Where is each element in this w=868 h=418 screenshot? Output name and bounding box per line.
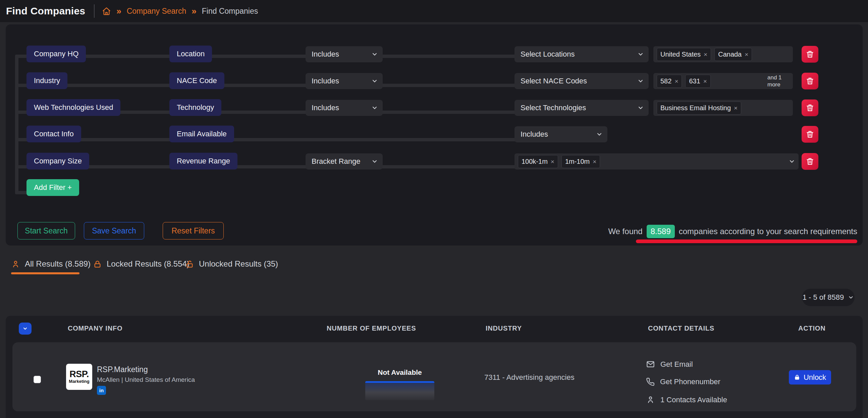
tab-all-results[interactable]: All Results (8.589)	[11, 256, 91, 272]
active-tab-underline	[11, 272, 80, 274]
remove-icon[interactable]: ×	[745, 51, 748, 58]
filter-category-company-size[interactable]: Company Size	[27, 153, 89, 170]
filter-category-contact-info[interactable]: Contact Info	[27, 126, 81, 142]
lock-icon	[93, 259, 102, 269]
phone-icon	[646, 378, 655, 386]
tree-branch-line	[15, 138, 523, 141]
revenue-chip[interactable]: 1m-10m×	[561, 155, 600, 168]
revenue-chip[interactable]: 100k-1m×	[518, 155, 558, 168]
header-divider	[94, 4, 95, 18]
filter-category-company-hq[interactable]: Company HQ	[27, 45, 86, 62]
logo-text: Marketing	[69, 379, 89, 384]
result-summary-underline	[636, 240, 857, 243]
revenue-range-multiselect[interactable]: 100k-1m× 1m-10m×	[515, 153, 799, 170]
nace-chip[interactable]: 582×	[657, 75, 682, 88]
delete-filter-button[interactable]	[802, 46, 818, 63]
operator-select-value: Includes	[312, 50, 339, 59]
trash-icon	[806, 130, 814, 139]
delete-filter-button[interactable]	[802, 126, 818, 143]
logo-text: RSP.	[69, 370, 89, 379]
reset-filters-button[interactable]: Reset Filters	[163, 222, 224, 240]
row-checkbox[interactable]	[34, 376, 41, 383]
remove-icon[interactable]: ×	[551, 159, 554, 165]
selected-locations-box: United States× Canada×	[653, 46, 793, 62]
technology-chip[interactable]: Business Email Hosting×	[657, 102, 741, 114]
contact-get-email[interactable]: Get Email	[646, 360, 693, 369]
remove-icon[interactable]: ×	[675, 78, 678, 84]
trash-icon	[806, 157, 814, 166]
person-icon	[11, 259, 20, 269]
contact-get-phonenumber[interactable]: Get Phonenumber	[646, 378, 720, 386]
breadcrumb: » Company Search » Find Companies	[102, 7, 258, 16]
chip-label: 1m-10m	[565, 158, 590, 166]
employees-not-available: Not Available	[365, 369, 434, 377]
chip-label: Business Email Hosting	[660, 104, 731, 112]
filter-attribute-revenue-range[interactable]: Revenue Range	[169, 153, 238, 170]
contact-label: Get Phonenumber	[660, 378, 720, 386]
filter-category-industry[interactable]: Industry	[27, 72, 67, 89]
value-select-nace-codes[interactable]: Select NACE Codes	[515, 73, 649, 89]
delete-filter-button[interactable]	[802, 100, 818, 116]
nace-chip[interactable]: 631×	[685, 75, 710, 88]
location-chip[interactable]: Canada×	[714, 48, 752, 61]
value-select-placeholder: Select Locations	[521, 50, 575, 59]
start-search-button[interactable]: Start Search	[18, 222, 75, 240]
select-all-dropdown[interactable]	[19, 322, 32, 335]
operator-select-technology[interactable]: Includes	[306, 100, 383, 116]
value-select-placeholder: Select NACE Codes	[521, 77, 587, 85]
pagination-label: 1 - 5 of 8589	[803, 293, 844, 302]
trash-icon	[806, 50, 814, 59]
operator-select-revenue[interactable]: Bracket Range	[306, 153, 383, 170]
remove-icon[interactable]: ×	[703, 78, 707, 84]
chevron-down-icon	[596, 131, 603, 138]
trash-icon	[806, 77, 814, 85]
tree-branch-line	[15, 165, 523, 169]
operator-select-value: Bracket Range	[312, 157, 361, 166]
selected-nace-box: 582× 631× and 1 more	[653, 73, 793, 89]
remove-icon[interactable]: ×	[704, 51, 707, 58]
delete-filter-button[interactable]	[802, 153, 818, 170]
filter-attribute-nace-code[interactable]: NACE Code	[169, 72, 224, 89]
filter-attribute-email-available[interactable]: Email Available	[169, 126, 234, 142]
result-summary-suffix: companies according to your search requi…	[679, 227, 857, 236]
location-chip[interactable]: United States×	[657, 48, 711, 61]
operator-select-email-available[interactable]: Includes	[515, 126, 608, 142]
unlock-button[interactable]: Unlock	[789, 370, 831, 384]
chip-label: United States	[660, 50, 701, 58]
home-icon[interactable]	[102, 7, 111, 16]
results-table: COMPANY INFO NUMBER OF EMPLOYEES INDUSTR…	[6, 316, 863, 418]
linkedin-icon[interactable]: in	[97, 386, 106, 395]
value-select-locations[interactable]: Select Locations	[515, 46, 649, 62]
filter-attribute-location[interactable]: Location	[169, 45, 212, 62]
chevron-down-icon	[788, 158, 795, 165]
operator-select-location[interactable]: Includes	[306, 46, 383, 62]
pagination-control[interactable]: 1 - 5 of 8589	[802, 289, 855, 306]
chevron-down-icon	[637, 78, 644, 84]
filter-category-web-tech[interactable]: Web Technologies Used	[27, 99, 120, 116]
delete-filter-button[interactable]	[802, 73, 818, 90]
company-name[interactable]: RSP.Marketing	[97, 365, 148, 374]
employees-blurred-chart	[365, 381, 434, 400]
filter-attribute-technology[interactable]: Technology	[169, 99, 221, 116]
trash-icon	[806, 104, 814, 112]
tab-unlocked-results[interactable]: Unlocked Results (35)	[185, 256, 278, 272]
chip-label: 631	[689, 77, 700, 85]
chevron-down-icon	[371, 158, 378, 165]
industry-value: 7311 - Advertising agencies	[484, 373, 575, 382]
operator-select-value: Includes	[312, 77, 339, 85]
company-logo: RSP. Marketing	[66, 364, 92, 390]
save-search-button[interactable]: Save Search	[84, 222, 144, 240]
tree-branch-line	[15, 55, 523, 58]
tab-label: Unlocked Results (35)	[199, 259, 278, 269]
operator-select-nace[interactable]: Includes	[306, 73, 383, 89]
tab-locked-results[interactable]: Locked Results (8.554)	[93, 256, 189, 272]
column-header-industry: INDUSTRY	[486, 324, 522, 332]
add-filter-button[interactable]: Add Filter +	[27, 179, 79, 196]
value-select-technologies[interactable]: Select Technologies	[515, 100, 649, 116]
remove-icon[interactable]: ×	[593, 159, 596, 165]
breadcrumb-current: Find Companies	[202, 7, 258, 16]
filter-panel: Company HQ Location Includes Select Loca…	[6, 25, 863, 245]
remove-icon[interactable]: ×	[734, 105, 738, 111]
breadcrumb-company-search[interactable]: Company Search	[127, 7, 186, 16]
table-row: RSP. Marketing RSP.Marketing McAllen | U…	[12, 342, 856, 411]
